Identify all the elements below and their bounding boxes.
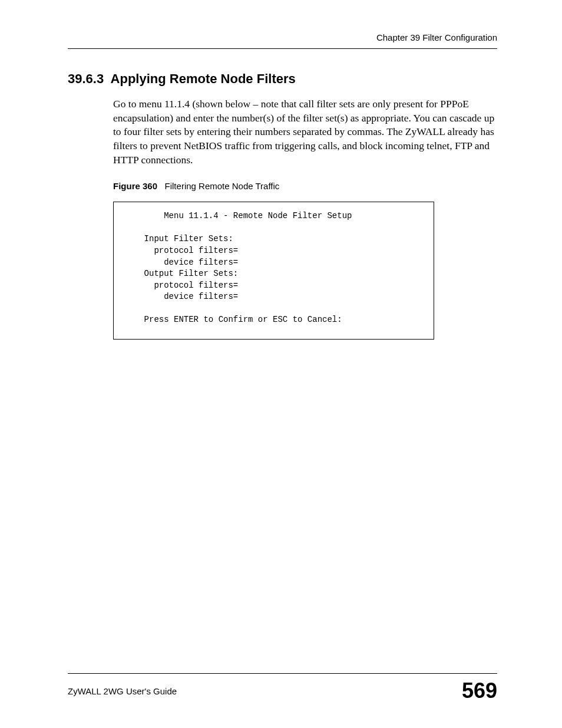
section-heading: 39.6.3 Applying Remote Node Filters	[68, 71, 497, 87]
chapter-label: Chapter 39 Filter Configuration	[376, 32, 497, 42]
figure-title: Filtering Remote Node Traffic	[165, 181, 280, 191]
figure-caption: Figure 360 Filtering Remote Node Traffic	[113, 181, 497, 191]
document-page: Chapter 39 Filter Configuration 39.6.3 A…	[0, 0, 562, 728]
page-number: 569	[462, 678, 497, 703]
page-header: Chapter 39 Filter Configuration	[68, 32, 497, 49]
body-paragraph: Go to menu 11.1.4 (shown below – note th…	[113, 97, 497, 167]
figure-label: Figure 360	[113, 181, 157, 191]
section-number: 39.6.3	[68, 71, 104, 86]
section-title: Applying Remote Node Filters	[111, 71, 296, 86]
footer-guide-name: ZyWALL 2WG User's Guide	[68, 686, 177, 696]
page-footer: ZyWALL 2WG User's Guide 569	[68, 673, 497, 703]
terminal-output: Menu 11.1.4 - Remote Node Filter Setup I…	[113, 202, 434, 340]
